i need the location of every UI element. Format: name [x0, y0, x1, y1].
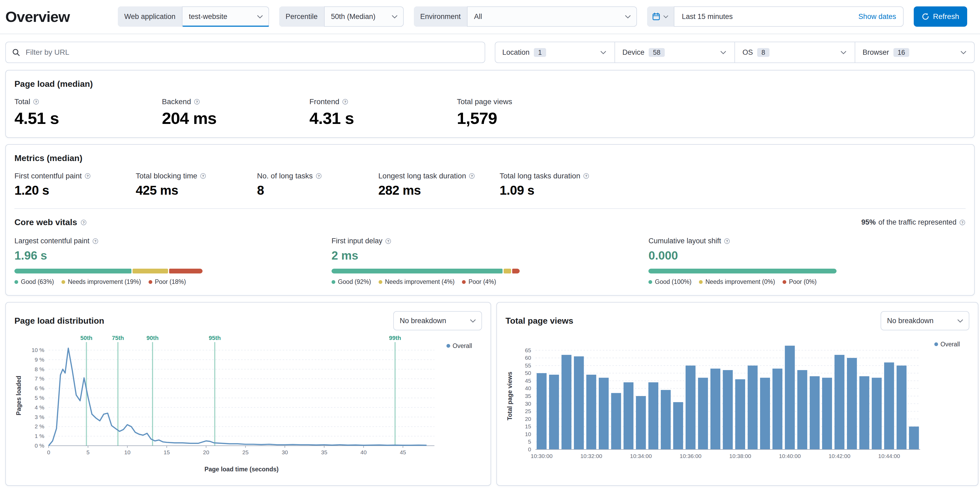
filter-browser-button[interactable]: Browser 16	[855, 42, 975, 63]
svg-text:60: 60	[525, 355, 531, 361]
svg-text:8 %: 8 %	[35, 366, 45, 372]
page-title: Overview	[5, 8, 70, 25]
svg-text:?: ?	[471, 174, 473, 178]
time-range-value[interactable]: Last 15 minutes	[675, 6, 851, 27]
charts-row: Page load distribution No breakdown 0 %1…	[5, 302, 975, 486]
svg-text:99th: 99th	[389, 335, 401, 341]
total-page-views-chart: 0510152025303540455055606510:30:0010:32:…	[506, 335, 969, 474]
stat-value: 1.09 s	[500, 183, 621, 197]
svg-text:?: ?	[387, 239, 389, 243]
breakdown-select[interactable]: No breakdown	[881, 311, 969, 330]
stat-tbt: Total blocking time ? 425 ms	[136, 172, 257, 197]
stat-backend: Backend ? 204 ms	[162, 97, 309, 128]
info-icon[interactable]: ?	[385, 238, 391, 244]
info-icon[interactable]: ?	[583, 173, 589, 179]
svg-text:10:34:00: 10:34:00	[630, 453, 652, 459]
info-icon[interactable]: ?	[315, 173, 322, 179]
svg-text:40: 40	[525, 385, 531, 391]
stat-fcp: First contentful paint ? 1.20 s	[14, 172, 136, 197]
svg-text:5 %: 5 %	[35, 395, 45, 401]
quick-select-button[interactable]	[647, 6, 675, 27]
url-filter-input[interactable]	[5, 42, 485, 63]
svg-text:3 %: 3 %	[35, 414, 45, 420]
filter-count-badge: 16	[893, 48, 910, 57]
svg-text:?: ?	[726, 239, 728, 243]
vital-distribution-bar	[648, 269, 837, 274]
vital-distribution-bar	[332, 269, 520, 274]
info-icon[interactable]: ?	[724, 238, 730, 244]
chevron-down-icon	[624, 13, 632, 20]
vital-legend: Good (63%) Needs improvement (19%) Poor …	[14, 278, 332, 285]
svg-text:30: 30	[525, 401, 531, 407]
info-icon[interactable]: ?	[194, 99, 200, 105]
environment-select[interactable]: All	[468, 6, 637, 27]
good-dot	[648, 280, 652, 284]
show-dates-button[interactable]: Show dates	[851, 6, 904, 27]
svg-text:55: 55	[525, 363, 531, 369]
chevron-down-icon	[960, 49, 967, 56]
needs-improvement-dot	[699, 280, 703, 284]
svg-text:10:32:00: 10:32:00	[580, 453, 602, 459]
chart-title: Total page views	[506, 316, 573, 326]
info-icon[interactable]: ?	[33, 99, 39, 105]
web-application-select[interactable]: test-website	[183, 6, 269, 27]
refresh-button[interactable]: Refresh	[914, 6, 967, 27]
info-icon[interactable]: ?	[959, 219, 966, 226]
refresh-icon	[922, 13, 929, 20]
vital-value: 2 ms	[332, 249, 649, 262]
filter-os-button[interactable]: OS 8	[735, 42, 855, 63]
traffic-note: of the traffic represented	[878, 218, 956, 226]
filter-location-button[interactable]: Location 1	[495, 42, 615, 63]
filter-count-badge: 1	[534, 48, 546, 57]
vital-fid: First input delay ? 2 ms Good (92%) Need…	[332, 237, 649, 285]
stat-value: 425 ms	[136, 183, 257, 197]
filter-count-badge: 8	[757, 48, 770, 57]
percentile-select[interactable]: 50th (Median)	[325, 6, 404, 27]
stat-label: Frontend	[309, 97, 339, 106]
stat-value: 282 ms	[378, 183, 500, 197]
svg-text:4 %: 4 %	[35, 404, 45, 410]
svg-text:Total page views: Total page views	[506, 372, 513, 420]
svg-text:0: 0	[528, 446, 531, 452]
filter-label: Device	[622, 48, 645, 57]
info-icon[interactable]: ?	[92, 238, 99, 244]
info-icon[interactable]: ?	[84, 173, 91, 179]
svg-text:5: 5	[87, 449, 90, 455]
page-load-panel: Page load (median) Total ? 4.51 s Backen…	[5, 70, 975, 138]
info-icon[interactable]: ?	[200, 173, 206, 179]
svg-text:35: 35	[321, 449, 327, 455]
core-web-vitals-header: Core web vitals ? 95% of the traffic rep…	[14, 217, 966, 227]
date-picker: Last 15 minutes Show dates	[647, 6, 904, 27]
percentile-label: Percentile	[279, 6, 325, 27]
svg-text:?: ?	[196, 100, 198, 104]
svg-text:75th: 75th	[112, 335, 124, 341]
stat-total: Total ? 4.51 s	[14, 97, 162, 128]
chart-title: Page load distribution	[14, 316, 104, 326]
environment-control: Environment All	[414, 6, 637, 27]
svg-text:?: ?	[87, 174, 89, 178]
svg-text:10:30:00: 10:30:00	[531, 453, 552, 459]
web-application-label: Web application	[118, 6, 183, 27]
svg-text:6 %: 6 %	[35, 385, 45, 391]
info-icon[interactable]: ?	[342, 99, 348, 105]
filter-device-button[interactable]: Device 58	[615, 42, 735, 63]
svg-text:30: 30	[282, 449, 288, 455]
stat-label: Total blocking time	[136, 172, 197, 180]
vital-value: 0.000	[648, 249, 966, 262]
svg-text:10:42:00: 10:42:00	[829, 453, 850, 459]
page-load-stats: Total ? 4.51 s Backend ? 204 ms Frontend…	[14, 97, 966, 128]
svg-text:95th: 95th	[208, 335, 221, 341]
core-web-vitals-grid: Largest contentful paint ? 1.96 s Good (…	[14, 237, 966, 285]
info-icon[interactable]: ?	[80, 219, 87, 226]
search-icon	[12, 48, 20, 57]
svg-text:50: 50	[525, 370, 531, 376]
svg-text:45: 45	[400, 449, 406, 455]
filter-bar: Location 1 Device 58 OS 8 Browser 16	[0, 34, 980, 70]
chevron-down-icon	[600, 49, 607, 56]
info-icon[interactable]: ?	[469, 173, 475, 179]
chevron-down-icon	[719, 49, 727, 56]
traffic-represented-note: 95% of the traffic represented ?	[861, 218, 966, 226]
breakdown-select[interactable]: No breakdown	[393, 311, 482, 330]
svg-text:20: 20	[203, 449, 209, 455]
svg-text:10:36:00: 10:36:00	[680, 453, 702, 459]
